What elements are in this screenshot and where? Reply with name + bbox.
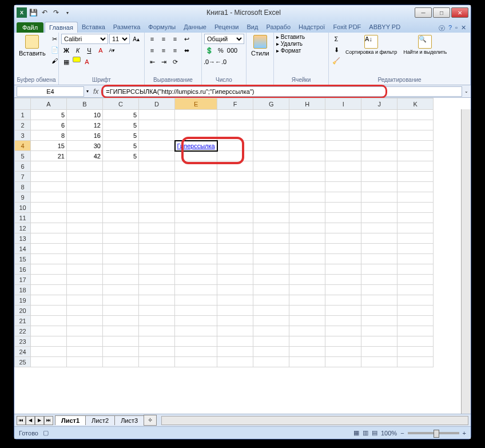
cell-A17[interactable]: [31, 275, 67, 285]
cell-J23[interactable]: [361, 336, 397, 347]
cell-A1[interactable]: 5: [31, 110, 67, 120]
formula-expand-icon[interactable]: ⌄: [464, 89, 468, 94]
cell-J10[interactable]: [361, 203, 397, 213]
cell-I7[interactable]: [325, 172, 361, 182]
cut-icon[interactable]: ✂: [50, 34, 60, 44]
col-header-D[interactable]: D: [139, 98, 175, 110]
col-header-C[interactable]: C: [103, 98, 139, 110]
cell-C22[interactable]: [103, 326, 139, 336]
view-break-icon[interactable]: ▤: [372, 429, 377, 437]
cell-E25[interactable]: [175, 357, 217, 367]
cell-H12[interactable]: [289, 223, 325, 233]
cell-C10[interactable]: [103, 203, 139, 213]
cell-H9[interactable]: [289, 192, 325, 203]
ribbon-tab-8[interactable]: Надстрої: [295, 22, 329, 33]
cell-I17[interactable]: [325, 275, 361, 285]
currency-icon[interactable]: 💲: [204, 45, 214, 55]
cell-A12[interactable]: [31, 223, 67, 233]
close-button[interactable]: ✕: [451, 7, 468, 18]
cell-D18[interactable]: [139, 285, 175, 295]
styles-button[interactable]: Стили: [249, 34, 272, 58]
ribbon-tab-7[interactable]: Разрабо: [262, 22, 295, 33]
cell-A7[interactable]: [31, 172, 67, 182]
cell-C2[interactable]: 5: [103, 120, 139, 130]
cell-H1[interactable]: [289, 110, 325, 120]
cell-I4[interactable]: [325, 141, 361, 151]
ribbon-tab-2[interactable]: Разметка: [109, 22, 145, 33]
fx-icon[interactable]: fx: [91, 88, 101, 96]
row-header-4[interactable]: 4: [15, 141, 31, 151]
cell-K24[interactable]: [397, 347, 434, 357]
cell-K7[interactable]: [397, 172, 434, 182]
cell-K17[interactable]: [397, 275, 434, 285]
cell-I18[interactable]: [325, 285, 361, 295]
find-select-button[interactable]: 🔍Найти и выделить: [401, 34, 449, 56]
cell-H13[interactable]: [289, 233, 325, 244]
cell-D9[interactable]: [139, 192, 175, 203]
cell-K2[interactable]: [397, 120, 434, 130]
cell-H25[interactable]: [289, 357, 325, 367]
cell-K4[interactable]: [397, 141, 434, 151]
format-cells-button[interactable]: ▸ Формат: [276, 47, 301, 54]
cell-B12[interactable]: [67, 223, 103, 233]
ribbon-tab-4[interactable]: Данные: [180, 22, 210, 33]
cell-B13[interactable]: [67, 233, 103, 244]
col-header-H[interactable]: H: [289, 98, 325, 110]
ribbon-tab-9[interactable]: Foxit PDF: [329, 22, 365, 33]
cell-H10[interactable]: [289, 203, 325, 213]
row-header-6[interactable]: 6: [15, 161, 31, 172]
cell-B18[interactable]: [67, 285, 103, 295]
cell-H24[interactable]: [289, 347, 325, 357]
cell-J11[interactable]: [361, 213, 397, 223]
cell-H11[interactable]: [289, 213, 325, 223]
row-header-8[interactable]: 8: [15, 182, 31, 192]
cell-C8[interactable]: [103, 182, 139, 192]
cell-C16[interactable]: [103, 264, 139, 275]
cell-I1[interactable]: [325, 110, 361, 120]
cell-G12[interactable]: [253, 223, 289, 233]
cell-H16[interactable]: [289, 264, 325, 275]
copy-icon[interactable]: 📄: [50, 45, 60, 55]
cell-G13[interactable]: [253, 233, 289, 244]
cell-K8[interactable]: [397, 182, 434, 192]
autosum-icon[interactable]: Σ: [331, 34, 341, 44]
cell-E16[interactable]: [175, 264, 217, 275]
cell-A5[interactable]: 21: [31, 151, 67, 161]
cell-K25[interactable]: [397, 357, 434, 367]
cell-I21[interactable]: [325, 316, 361, 326]
cell-F17[interactable]: [217, 275, 253, 285]
cell-G23[interactable]: [253, 336, 289, 347]
ribbon-tab-10[interactable]: ABBYY PD: [365, 22, 404, 33]
cell-I22[interactable]: [325, 326, 361, 336]
cell-J17[interactable]: [361, 275, 397, 285]
ribbon-tab-1[interactable]: Вставка: [78, 22, 109, 33]
cell-D16[interactable]: [139, 264, 175, 275]
cell-K6[interactable]: [397, 161, 434, 172]
cell-B1[interactable]: 10: [67, 110, 103, 120]
cell-J5[interactable]: [361, 151, 397, 161]
cell-H4[interactable]: [289, 141, 325, 151]
cell-A13[interactable]: [31, 233, 67, 244]
cell-K22[interactable]: [397, 326, 434, 336]
clear-icon[interactable]: 🧹: [331, 55, 341, 66]
cell-A20[interactable]: [31, 306, 67, 316]
cell-J1[interactable]: [361, 110, 397, 120]
cell-C24[interactable]: [103, 347, 139, 357]
cell-J16[interactable]: [361, 264, 397, 275]
col-header-G[interactable]: G: [253, 98, 289, 110]
cell-G10[interactable]: [253, 203, 289, 213]
cell-D13[interactable]: [139, 233, 175, 244]
cell-G17[interactable]: [253, 275, 289, 285]
cell-G3[interactable]: [253, 130, 289, 141]
cell-K16[interactable]: [397, 264, 434, 275]
ribbon-tab-3[interactable]: Формулы: [144, 22, 180, 33]
cell-F12[interactable]: [217, 223, 253, 233]
col-header-B[interactable]: B: [67, 98, 103, 110]
cell-E5[interactable]: [175, 151, 217, 161]
cell-C18[interactable]: [103, 285, 139, 295]
cell-I10[interactable]: [325, 203, 361, 213]
cell-K21[interactable]: [397, 316, 434, 326]
col-header-K[interactable]: K: [397, 98, 434, 110]
dec-decimal-icon[interactable]: ←.0: [216, 57, 226, 67]
cell-A19[interactable]: [31, 295, 67, 306]
